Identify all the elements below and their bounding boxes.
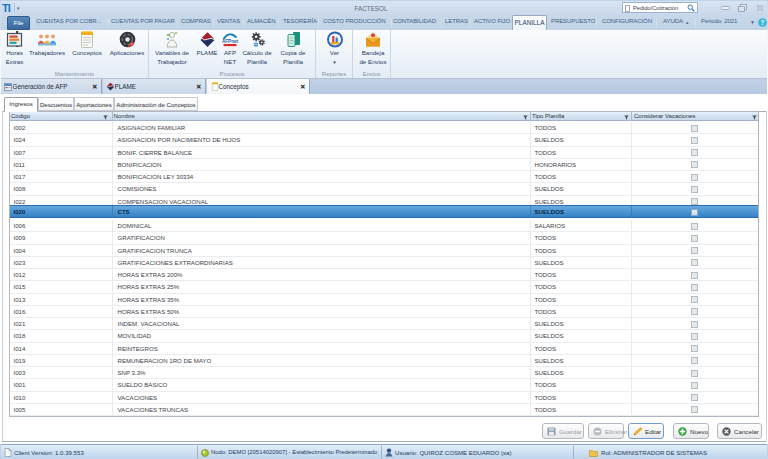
svg-text:?: ?	[761, 19, 765, 26]
svg-text:AFPnet: AFPnet	[222, 39, 239, 44]
